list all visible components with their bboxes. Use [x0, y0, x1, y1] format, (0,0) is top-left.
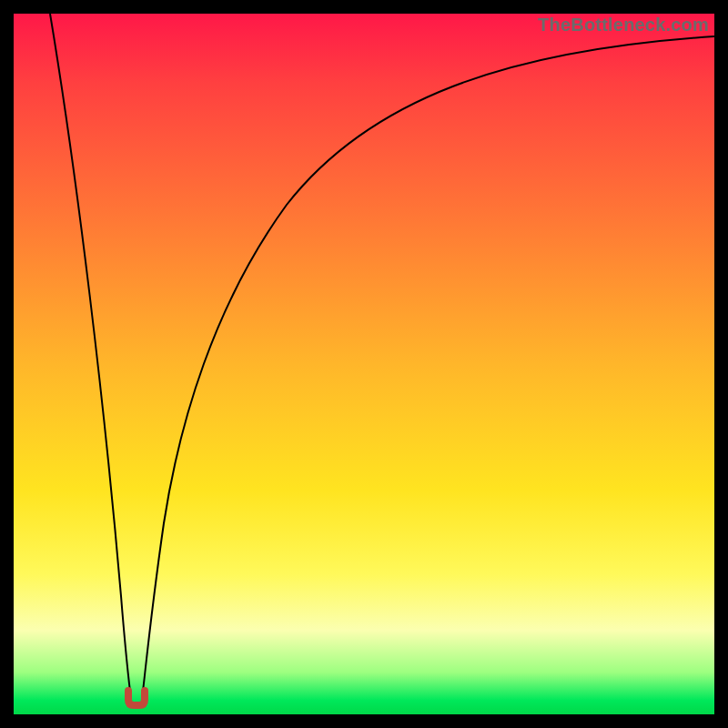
bottleneck-curve-right [143, 36, 714, 692]
plot-area: TheBottleneck.com [14, 14, 714, 714]
chart-frame: TheBottleneck.com [0, 0, 728, 728]
optimum-marker [128, 691, 145, 705]
curve-overlay [14, 14, 714, 714]
bottleneck-curve-left [50, 14, 130, 692]
